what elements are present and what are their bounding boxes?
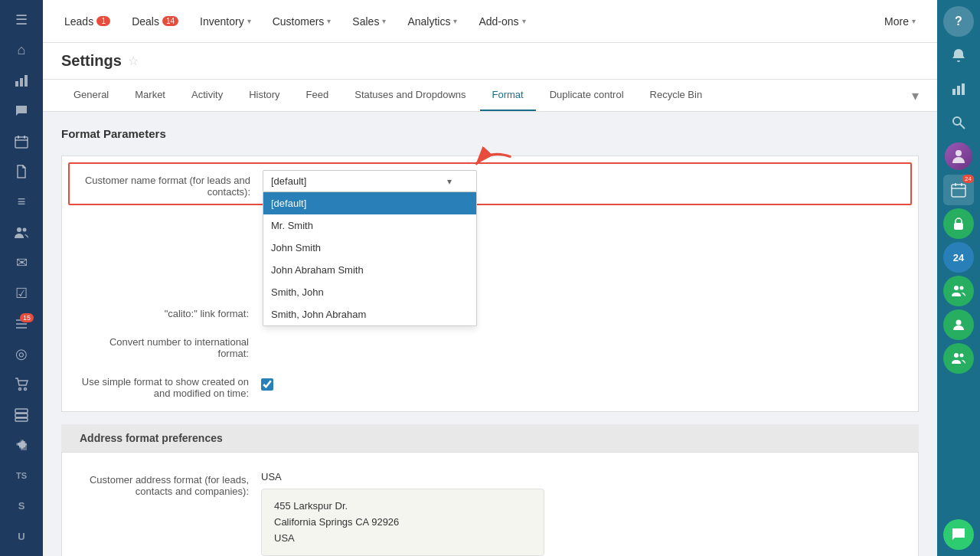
- avatar[interactable]: [943, 141, 974, 172]
- simple-format-checkbox[interactable]: [261, 378, 273, 391]
- s-label-icon[interactable]: S: [6, 492, 37, 520]
- svg-rect-14: [15, 409, 28, 413]
- sales-chevron: ▾: [382, 17, 386, 25]
- tab-general[interactable]: General: [61, 80, 121, 111]
- nav-customers[interactable]: Customers ▾: [263, 11, 341, 32]
- nav-more[interactable]: More ▾: [875, 11, 925, 32]
- dropdown-option-john-abraham-smith[interactable]: John Abraham Smith: [263, 259, 476, 281]
- svg-point-8: [23, 227, 27, 231]
- svg-rect-18: [952, 89, 956, 95]
- address-line-3: USA: [274, 531, 531, 547]
- tab-bar: General Market Activity History Feed Sta…: [43, 80, 937, 112]
- nav-addons[interactable]: Add-ons ▾: [469, 11, 534, 32]
- puzzle-icon[interactable]: [6, 431, 37, 459]
- nav-more-label: More: [884, 15, 909, 28]
- svg-point-23: [956, 150, 962, 156]
- nav-sales[interactable]: Sales ▾: [343, 11, 395, 32]
- tab-statuses[interactable]: Statuses and Dropdowns: [342, 80, 478, 111]
- tab-market[interactable]: Market: [122, 80, 178, 111]
- layers-icon[interactable]: ≡: [6, 188, 37, 216]
- nav-inventory[interactable]: Inventory ▾: [191, 11, 260, 32]
- help-icon[interactable]: ?: [943, 6, 974, 37]
- select-value: [default]: [271, 175, 306, 187]
- svg-rect-16: [15, 418, 28, 421]
- svg-point-33: [960, 354, 964, 358]
- addons-chevron: ▾: [522, 17, 526, 25]
- lock-icon[interactable]: [943, 208, 974, 239]
- leads-badge: 1: [96, 16, 110, 26]
- dropdown-option-john-smith[interactable]: John Smith: [263, 237, 476, 259]
- dropdown-option-mr-smith[interactable]: Mr. Smith: [263, 214, 476, 237]
- dropdown-option-default[interactable]: [default]: [263, 192, 476, 214]
- tab-activity[interactable]: Activity: [179, 80, 235, 111]
- chat-icon[interactable]: [6, 97, 37, 125]
- svg-rect-24: [952, 185, 965, 197]
- svg-rect-2: [24, 75, 28, 87]
- tab-format[interactable]: Format: [480, 80, 536, 111]
- mail-icon[interactable]: ✉: [6, 249, 37, 276]
- svg-rect-3: [15, 137, 28, 148]
- svg-point-30: [960, 286, 964, 290]
- chat-button[interactable]: [943, 519, 974, 550]
- calendar2-icon[interactable]: 24: [943, 175, 974, 205]
- address-format-label: Customer address format (for leads, cont…: [80, 471, 249, 497]
- tab-duplicate[interactable]: Duplicate control: [537, 80, 636, 111]
- svg-rect-19: [957, 86, 960, 95]
- section-title: Format Parameters: [61, 127, 919, 140]
- customer-name-format-label: Customer name format (for leads and cont…: [82, 170, 250, 198]
- svg-rect-0: [15, 81, 18, 87]
- deals-badge: 14: [162, 16, 178, 26]
- nav-deals[interactable]: Deals 14: [122, 11, 188, 32]
- tab-more-icon[interactable]: ▾: [912, 87, 919, 104]
- simple-format-row: Use simple format to show created on and…: [62, 365, 918, 405]
- u-label-icon[interactable]: U: [6, 522, 37, 550]
- page-title: Settings: [61, 52, 122, 70]
- calito-link-label: "calito:" link format:: [80, 303, 249, 319]
- dropdown-option-smith-john-abraham[interactable]: Smith, John Abraham: [263, 303, 476, 325]
- bell-icon[interactable]: [943, 40, 974, 70]
- chat-circle-icon[interactable]: [943, 519, 974, 550]
- people-icon[interactable]: [6, 219, 37, 247]
- tab-recycle[interactable]: Recycle Bin: [638, 80, 715, 111]
- address-format-section: Customer address format (for leads, cont…: [61, 452, 919, 556]
- menu-icon[interactable]: ☰: [6, 6, 37, 34]
- calendar-badge: 24: [962, 175, 974, 183]
- tab-history[interactable]: History: [237, 80, 292, 111]
- inventory-chevron: ▾: [247, 17, 251, 25]
- ts-label-icon[interactable]: TS: [6, 462, 37, 489]
- search-icon[interactable]: [943, 107, 974, 138]
- report-icon[interactable]: [943, 74, 974, 104]
- list-badge: 15: [20, 313, 34, 322]
- nav-analytics[interactable]: Analytics ▾: [398, 11, 466, 32]
- list-icon[interactable]: 15: [6, 310, 37, 338]
- customer-name-format-control: [default] ▾: [263, 170, 477, 192]
- group3-icon[interactable]: [943, 343, 974, 374]
- calendar-icon[interactable]: [6, 128, 37, 155]
- calito-link-format-row: "calito:" link format:: [62, 297, 918, 325]
- nav-customers-label: Customers: [273, 15, 325, 28]
- address-preview: 455 Larkspur Dr. California Springs CA 9…: [261, 489, 544, 556]
- group2-icon[interactable]: [943, 309, 974, 340]
- svg-point-32: [954, 353, 959, 358]
- favorite-star-icon[interactable]: ☆: [128, 54, 139, 68]
- chart-icon[interactable]: [6, 67, 37, 94]
- storage-icon[interactable]: [6, 401, 37, 429]
- nav-leads[interactable]: Leads 1: [55, 11, 119, 32]
- customer-name-format-row: Customer name format (for leads and cont…: [68, 162, 912, 205]
- group1-icon[interactable]: [943, 276, 974, 306]
- document-icon[interactable]: [6, 158, 37, 185]
- customer-name-select[interactable]: [default] ▾: [263, 170, 477, 192]
- svg-rect-1: [20, 78, 23, 87]
- svg-rect-20: [962, 83, 965, 95]
- checkbox-icon[interactable]: ☑: [6, 280, 37, 307]
- more-chevron: ▾: [912, 17, 916, 25]
- simple-format-control: [261, 378, 273, 393]
- dropdown-option-smith-john[interactable]: Smith, John: [263, 281, 476, 303]
- cart-icon[interactable]: [6, 371, 37, 398]
- target-icon[interactable]: ◎: [6, 340, 37, 368]
- home-icon[interactable]: ⌂: [6, 37, 37, 64]
- tab-feed[interactable]: Feed: [294, 80, 341, 111]
- svg-rect-15: [15, 414, 28, 417]
- counter-icon[interactable]: 24: [943, 242, 974, 273]
- simple-format-label: Use simple format to show created on and…: [80, 371, 249, 399]
